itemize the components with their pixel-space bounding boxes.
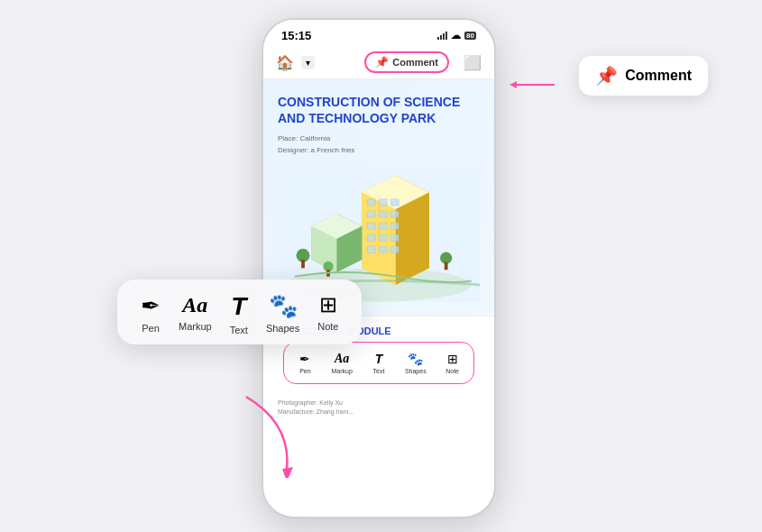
comment-nav-icon: 📌: [375, 56, 389, 69]
chevron-icon[interactable]: ▾: [301, 56, 315, 69]
status-bar: 15:15 ☁ 80: [263, 20, 494, 46]
text-icon: T: [375, 352, 383, 366]
svg-marker-32: [510, 81, 517, 88]
svg-rect-6: [367, 199, 375, 206]
phone-nav: 🏠 ▾ 📌 Comment ⬜: [263, 46, 494, 79]
comment-tooltip-label: Comment: [625, 68, 692, 84]
svg-rect-8: [390, 199, 399, 206]
tool-shapes[interactable]: 🐾 Shapes: [261, 294, 305, 335]
shapes-icon: 🐾: [408, 352, 423, 366]
doc-title: CONSTRUCTION OF SCIENCE AND TECHNOLOGY P…: [278, 94, 480, 126]
svg-marker-31: [282, 467, 293, 478]
note-icon: ⊞: [447, 352, 458, 366]
svg-rect-7: [379, 199, 387, 206]
svg-point-29: [440, 252, 452, 264]
svg-rect-11: [390, 211, 399, 217]
tool-markup[interactable]: Aa Markup: [173, 294, 217, 335]
status-time: 15:15: [281, 29, 311, 42]
svg-rect-20: [390, 246, 399, 252]
note-label-large: Note: [317, 321, 338, 332]
svg-rect-13: [379, 223, 387, 229]
signal-icon: [437, 32, 447, 40]
svg-rect-10: [379, 211, 387, 217]
comment-nav-button[interactable]: 📌 Comment: [364, 51, 449, 73]
svg-rect-12: [367, 223, 375, 229]
pen-icon-large: ✒: [141, 294, 161, 317]
svg-rect-17: [390, 234, 399, 241]
phone-tool-text[interactable]: T Text: [362, 348, 397, 378]
tool-note[interactable]: ⊞ Note: [312, 294, 344, 335]
phone-toolbar: ✒ Pen Aa Markup T Text 🐾 Shapes ⊞ Not: [283, 342, 474, 384]
comment-tooltip-icon: 📌: [595, 65, 618, 87]
text-label-large: Text: [230, 325, 248, 335]
export-icon[interactable]: ⬜: [464, 54, 482, 71]
toolbar-arrow: [237, 388, 309, 478]
shapes-icon-large: 🐾: [269, 294, 298, 317]
markup-label: Markup: [332, 368, 353, 374]
pen-label-large: Pen: [142, 323, 160, 334]
phone-tool-shapes[interactable]: 🐾 Shapes: [398, 348, 433, 378]
tool-pen[interactable]: ✒ Pen: [135, 294, 166, 335]
doc-meta: Place: California Designer: a French fri…: [278, 133, 480, 157]
phone-tool-note[interactable]: ⊞ Note: [435, 348, 470, 378]
pen-label: Pen: [299, 368, 310, 374]
home-icon[interactable]: 🏠: [276, 54, 294, 71]
wifi-icon: ☁: [451, 30, 461, 41]
battery-label: 80: [464, 32, 476, 40]
comment-tooltip: 📌 Comment: [579, 56, 708, 96]
svg-rect-26: [301, 260, 305, 268]
phone-tool-pen[interactable]: ✒ Pen: [288, 348, 323, 378]
text-icon-large: T: [231, 294, 246, 319]
svg-rect-9: [367, 211, 375, 217]
text-label: Text: [373, 368, 385, 374]
markup-icon: Aa: [335, 352, 349, 366]
svg-rect-18: [367, 246, 375, 252]
comment-nav-label: Comment: [392, 57, 438, 68]
phone-tool-markup[interactable]: Aa Markup: [325, 348, 360, 378]
comment-arrow: [510, 71, 564, 98]
note-icon-large: ⊞: [319, 294, 337, 316]
svg-rect-16: [379, 234, 387, 241]
svg-rect-30: [445, 262, 448, 270]
tool-text[interactable]: T Text: [225, 294, 253, 335]
shapes-label-large: Shapes: [266, 323, 299, 334]
svg-rect-19: [379, 246, 387, 252]
svg-rect-15: [367, 234, 375, 241]
pen-icon: ✒: [299, 352, 310, 366]
floating-toolbar: ✒ Pen Aa Markup T Text 🐾 Shapes ⊞ Note: [117, 280, 362, 344]
note-label: Note: [445, 368, 459, 374]
shapes-label: Shapes: [405, 368, 427, 374]
markup-icon-large: Aa: [182, 294, 207, 316]
status-icons: ☁ 80: [437, 30, 476, 41]
markup-label-large: Markup: [179, 321, 212, 332]
svg-rect-14: [390, 223, 399, 229]
